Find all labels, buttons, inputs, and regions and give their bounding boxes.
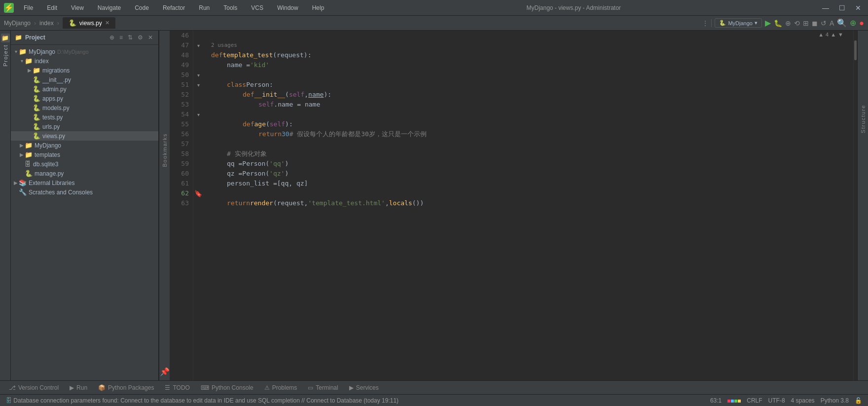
tree-models-py[interactable]: 🐍 models.py <box>11 103 158 112</box>
menu-code[interactable]: Code <box>131 2 153 13</box>
tree-tests-label: tests.py <box>42 114 63 121</box>
tree-tests-py[interactable]: 🐍 tests.py <box>11 112 158 122</box>
close-btn[interactable]: ✕ <box>852 3 864 13</box>
index-folder-icon: 📁 <box>25 57 33 65</box>
bottom-tab-problems[interactable]: ⚠ Problems <box>259 383 302 393</box>
expand-all-btn[interactable]: ⇅ <box>126 34 134 41</box>
annotation-count: 4 <box>826 32 829 37</box>
window-title: MyDjango - views.py - Administrator <box>526 4 620 11</box>
menu-refactor[interactable]: Refactor <box>159 2 189 13</box>
bottom-tab-todo[interactable]: ☰ TODO <box>160 383 194 393</box>
line-ending[interactable]: CRLF <box>747 397 762 404</box>
concurrency-btn[interactable]: ⊞ <box>803 19 809 27</box>
fold-51-icon[interactable]: ▾ <box>197 82 200 88</box>
tree-manage-py[interactable]: 🐍 manage.py <box>11 169 158 178</box>
tree-apps-py[interactable]: 🐍 apps.py <box>11 94 158 103</box>
run-config-selector[interactable]: 🐍 MyDjango ▾ <box>715 18 762 28</box>
gutter-61 <box>193 179 203 188</box>
collapse-all-btn[interactable]: ≡ <box>118 34 124 41</box>
fold-47-icon[interactable]: ▾ <box>197 43 200 48</box>
project-settings-btn[interactable]: ⚙ <box>136 34 145 41</box>
bottom-tab-python-packages[interactable]: 📦 Python Packages <box>93 383 159 393</box>
tree-admin-py[interactable]: 🐍 admin.py <box>11 84 158 94</box>
breadcrumb-index[interactable]: index <box>39 20 54 27</box>
bookmarks-label[interactable]: Bookmarks <box>160 129 169 171</box>
notification-btn[interactable]: ● <box>859 19 864 28</box>
menu-edit[interactable]: Edit <box>43 2 61 13</box>
tree-scratches[interactable]: ▶ 🔧 Scratches and Consoles <box>11 187 158 197</box>
project-folder-icon[interactable]: 📁 <box>1 34 10 42</box>
tab-options-icon[interactable]: ⋮ <box>702 20 708 27</box>
rerun-btn[interactable]: ↺ <box>821 19 827 27</box>
tree-urls-py[interactable]: 🐍 urls.py <box>11 122 158 131</box>
locate-file-btn[interactable]: ⊕ <box>108 34 116 41</box>
gutter-50[interactable]: ▾ <box>193 70 203 80</box>
structure-panel-tab[interactable]: Structure <box>860 105 866 133</box>
title-bar: ⚡ File Edit View Navigate Code Refactor … <box>0 0 868 16</box>
menu-file[interactable]: File <box>20 2 37 13</box>
stop-btn[interactable]: ◼ <box>812 19 818 27</box>
tab-views-py[interactable]: 🐍 views.py ✕ <box>63 17 115 29</box>
cursor-position[interactable]: 63:1 <box>710 397 722 404</box>
menu-run[interactable]: Run <box>195 2 214 13</box>
minimap-scroll[interactable] <box>854 40 857 60</box>
tree-db-sqlite[interactable]: 🗄 db.sqlite3 <box>11 159 158 169</box>
close-panel-btn[interactable]: ✕ <box>146 34 154 41</box>
tree-root[interactable]: ▾ 📁 MyDjango D:\MyDjango <box>11 47 158 56</box>
tree-root-path: D:\MyDjango <box>57 49 89 55</box>
bottom-tab-version-control[interactable]: ⎇ Version Control <box>4 383 64 393</box>
code-editor[interactable]: 2 usages def template_test ( request ): … <box>203 31 853 380</box>
project-tree: ▾ 📁 MyDjango D:\MyDjango ▾ 📁 index ▶ 📁 m… <box>11 45 158 380</box>
menu-view[interactable]: View <box>67 2 88 13</box>
indentation[interactable]: 4 spaces <box>791 397 815 404</box>
fold-50-icon[interactable]: ▾ <box>197 73 200 78</box>
menu-vcs[interactable]: VCS <box>247 2 267 13</box>
status-message[interactable]: 🗄 Database connection parameters found: … <box>6 397 706 404</box>
maximize-btn[interactable]: ☐ <box>836 3 848 13</box>
menu-tools[interactable]: Tools <box>219 2 241 13</box>
tree-migrations[interactable]: ▶ 📁 migrations <box>11 66 158 75</box>
bottom-tab-problems-label: Problems <box>272 384 297 391</box>
project-title: Project <box>25 34 105 41</box>
bottom-tab-services[interactable]: ▶ Services <box>344 383 384 393</box>
bookmark-pin-icon[interactable]: 📌 <box>160 367 170 376</box>
translate-btn[interactable]: A <box>830 19 834 27</box>
encoding[interactable]: UTF-8 <box>768 397 785 404</box>
tab-close-btn[interactable]: ✕ <box>105 20 109 26</box>
tree-manage-label: manage.py <box>35 170 64 177</box>
code-line-53 <box>211 110 853 119</box>
minimize-btn[interactable]: — <box>819 3 832 13</box>
tree-external-libraries[interactable]: ▶ 📚 External Libraries <box>11 178 158 187</box>
fold-54-icon[interactable]: ▾ <box>197 112 200 117</box>
bottom-tab-run[interactable]: ▶ Run <box>65 383 92 393</box>
manage-py-icon: 🐍 <box>25 170 33 177</box>
coverage-btn[interactable]: ⊕ <box>785 19 791 27</box>
debug-btn[interactable]: 🐛 <box>774 19 782 27</box>
menu-window[interactable]: Window <box>273 2 302 13</box>
minimap <box>853 31 857 380</box>
gutter-54[interactable]: ▾ <box>193 110 203 119</box>
tree-index-folder[interactable]: ▾ 📁 index <box>11 56 158 66</box>
search-everywhere-btn[interactable]: 🔍 <box>837 18 847 28</box>
tree-mydjango-folder[interactable]: ▶ 📁 MyDjango <box>11 141 158 150</box>
gutter-51[interactable]: ▾ <box>193 80 203 90</box>
next-annotation-btn[interactable]: ▼ <box>838 32 843 37</box>
project-panel-label[interactable]: Project <box>2 44 8 67</box>
profile-btn[interactable]: ⟲ <box>794 19 800 27</box>
prev-annotation-btn[interactable]: ▲ <box>831 32 836 37</box>
bottom-tab-python-console[interactable]: ⌨ Python Console <box>196 383 258 393</box>
bottom-tab-terminal[interactable]: ▭ Terminal <box>303 383 343 393</box>
run-icon: ▶ <box>70 384 74 391</box>
menu-help[interactable]: Help <box>308 2 328 13</box>
gutter-47[interactable]: ▾ <box>193 40 203 50</box>
breadcrumb-mydjango[interactable]: MyDjango <box>4 20 31 27</box>
menu-navigate[interactable]: Navigate <box>94 2 125 13</box>
tree-views-py[interactable]: 🐍 views.py <box>11 131 158 141</box>
gutter-48 <box>193 50 203 60</box>
usages-hint: 2 usages <box>211 40 853 50</box>
tree-init-py[interactable]: 🐍 __init__.py <box>11 75 158 84</box>
run-btn[interactable]: ▶ <box>765 18 771 28</box>
tree-templates-folder[interactable]: ▶ 📁 templates <box>11 150 158 159</box>
python-version[interactable]: Python 3.8 <box>821 397 849 404</box>
add-btn[interactable]: ⊕ <box>850 18 856 28</box>
